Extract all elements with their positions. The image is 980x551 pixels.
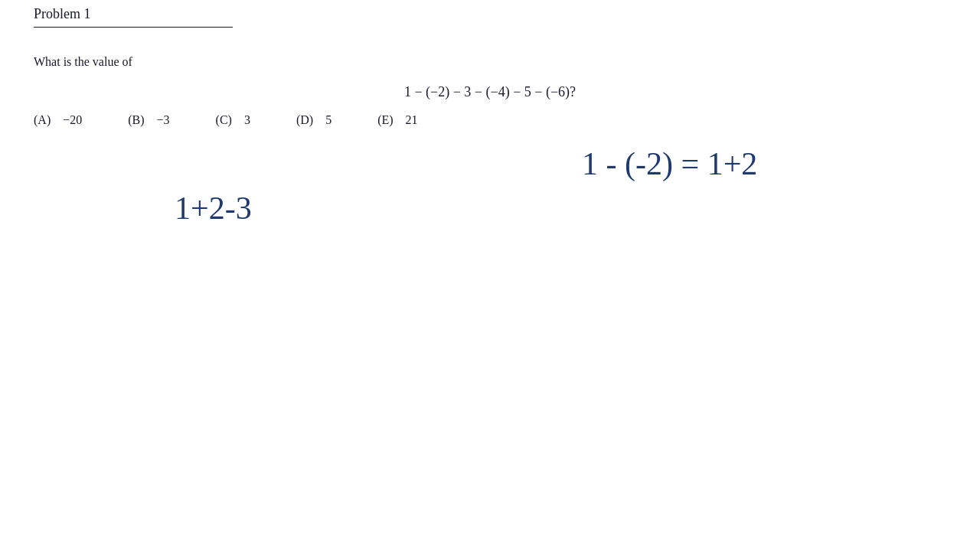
handwritten-step-1: 1 - (-2) = 1+2 — [582, 145, 757, 182]
answer-label-e: (E) — [377, 113, 393, 127]
answer-value-a: −20 — [63, 113, 82, 127]
answer-label-c: (C) — [216, 113, 232, 127]
answer-label-a: (A) — [34, 113, 51, 127]
answer-value-d: 5 — [325, 113, 332, 127]
answer-value-b: −3 — [157, 113, 170, 127]
answer-choice-b: (B) −3 — [128, 113, 169, 127]
answer-choice-d: (D) 5 — [296, 113, 332, 127]
problem-title: Problem 1 — [34, 0, 233, 28]
page-container: Problem 1 What is the value of 1 − (−2) … — [0, 0, 980, 551]
answer-value-c: 3 — [244, 113, 250, 127]
answer-choices: (A) −20 (B) −3 (C) 3 (D) 5 (E) 21 — [34, 113, 418, 127]
answer-choice-c: (C) 3 — [216, 113, 250, 127]
main-equation: 1 − (−2) − 3 − (−4) − 5 − (−6)? — [0, 84, 980, 100]
answer-choice-e: (E) 21 — [377, 113, 417, 127]
answer-label-b: (B) — [128, 113, 144, 127]
question-text: What is the value of — [34, 55, 132, 69]
answer-value-e: 21 — [406, 113, 418, 127]
handwritten-step-2: 1+2-3 — [175, 190, 252, 227]
answer-choice-a: (A) −20 — [34, 113, 82, 127]
answer-label-d: (D) — [296, 113, 313, 127]
